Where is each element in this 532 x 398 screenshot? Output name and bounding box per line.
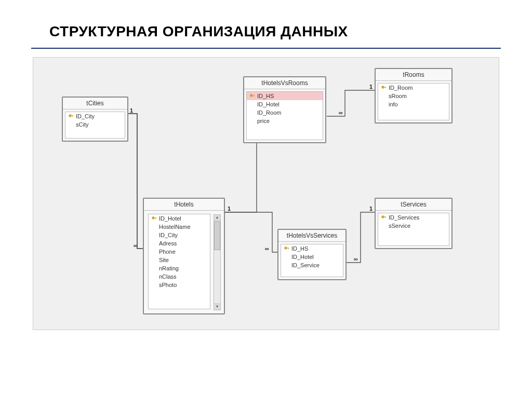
cardinality-inf: ∞ — [339, 109, 343, 116]
field-list: ID_Room sRoom info — [378, 83, 449, 120]
field-row[interactable]: ID_HS — [281, 244, 343, 253]
field-row[interactable]: price — [247, 117, 323, 125]
field-row[interactable]: nClass — [149, 272, 210, 281]
field-name: ID_Room — [388, 85, 413, 91]
slide-title: СТРУКТУРНАЯ ОРГАНИЗАЦИЯ ДАННЫХ — [0, 0, 532, 48]
scroll-up-button[interactable]: ▴ — [214, 215, 220, 221]
table-header: tServices — [376, 199, 451, 211]
svg-rect-5 — [254, 95, 255, 97]
field-row[interactable]: sService — [378, 222, 449, 230]
field-row[interactable]: ID_Room — [247, 108, 323, 117]
field-row[interactable]: ID_Hotel — [281, 253, 343, 261]
scrollbar[interactable]: ▴ ▾ — [214, 214, 221, 310]
field-row[interactable]: nRating — [149, 264, 210, 272]
field-row[interactable]: Phone — [149, 248, 210, 256]
table-tServices[interactable]: tServices ID_Services sService — [375, 198, 453, 249]
field-name: ID_Hotel — [290, 254, 314, 260]
field-name: Site — [158, 257, 169, 263]
table-header: tHotelsVsServices — [278, 230, 345, 242]
field-row[interactable]: Adress — [149, 239, 210, 248]
field-row[interactable]: HostelName — [149, 223, 210, 231]
cardinality-inf: ∞ — [134, 242, 138, 249]
field-row[interactable]: ID_Services — [378, 213, 449, 222]
field-name: ID_Room — [256, 109, 281, 116]
svg-rect-14 — [288, 248, 289, 249]
field-name: info — [388, 101, 398, 107]
cardinality-one: 1 — [369, 84, 373, 90]
field-row[interactable]: ID_Hotel — [247, 100, 323, 108]
field-name: price — [256, 118, 270, 124]
key-icon — [380, 85, 388, 90]
cardinality-inf: ∞ — [354, 256, 358, 262]
field-row[interactable]: ID_City — [149, 231, 210, 239]
field-name: sService — [388, 223, 410, 229]
field-name: nClass — [158, 273, 177, 280]
field-row[interactable]: Site — [149, 256, 210, 264]
key-icon — [380, 214, 388, 220]
field-row[interactable]: sPhoto — [149, 281, 210, 289]
scroll-thumb[interactable] — [214, 222, 220, 250]
table-header: tCities — [63, 98, 127, 109]
svg-rect-2 — [73, 115, 73, 117]
field-name: ID_HS — [256, 93, 274, 99]
table-header: tHotels — [144, 199, 224, 211]
table-header: tRooms — [376, 69, 451, 81]
title-underline — [31, 48, 501, 49]
cardinality-one: 1 — [130, 107, 133, 114]
field-name: sRoom — [388, 93, 407, 99]
field-row[interactable]: ID_HS — [247, 92, 323, 100]
svg-rect-11 — [156, 217, 156, 219]
field-name: nRating — [158, 265, 179, 271]
key-icon — [68, 113, 75, 119]
cardinality-one: 1 — [369, 205, 373, 212]
field-name: sPhoto — [158, 282, 177, 288]
field-name: Adress — [158, 240, 177, 246]
field-name: Phone — [158, 249, 176, 255]
field-list: ID_Hotel HostelName ID_City Adress Phone… — [148, 214, 210, 309]
field-name: ID_City — [75, 113, 95, 119]
field-row[interactable]: sCity — [65, 120, 125, 129]
field-name: ID_Hotel — [256, 101, 280, 107]
table-tHotelsVsServices[interactable]: tHotelsVsServices ID_HS ID_Hotel ID_Serv… — [277, 229, 347, 280]
field-list: ID_HS ID_Hotel ID_Room price — [246, 91, 323, 140]
erd-canvas: 1 ∞ 1 ∞ 1 ∞ ∞ 1 1 ∞ tCities ID_City sCit… — [33, 57, 499, 330]
key-icon — [151, 215, 158, 221]
field-name: ID_Hotel — [158, 215, 181, 222]
field-list: ID_Services sService — [378, 213, 449, 246]
key-icon — [249, 93, 256, 99]
key-icon — [283, 245, 290, 251]
field-row[interactable]: info — [378, 100, 449, 108]
field-list: ID_HS ID_Hotel ID_Service — [281, 244, 343, 277]
table-tCities[interactable]: tCities ID_City sCity — [62, 97, 128, 142]
table-tHotelsVsRooms[interactable]: tHotelsVsRooms ID_HS ID_Hotel ID_Room pr… — [243, 76, 326, 143]
field-row[interactable]: sRoom — [378, 92, 449, 100]
field-name: sCity — [75, 121, 88, 128]
field-row[interactable]: ID_Hotel — [149, 214, 210, 223]
field-name: ID_Services — [388, 214, 419, 221]
table-tRooms[interactable]: tRooms ID_Room sRoom info — [375, 68, 453, 123]
field-row[interactable]: ID_City — [65, 112, 125, 120]
cardinality-inf: ∞ — [265, 245, 269, 252]
field-name: HostelName — [158, 224, 191, 230]
field-list: ID_City sCity — [65, 112, 125, 139]
field-row[interactable]: ID_Service — [281, 261, 343, 269]
table-tHotels[interactable]: tHotels ID_Hotel HostelName ID_City Adre… — [143, 198, 225, 314]
field-row[interactable]: ID_Room — [378, 84, 449, 92]
field-name: ID_HS — [290, 245, 308, 252]
scroll-down-button[interactable]: ▾ — [214, 304, 220, 310]
svg-rect-17 — [385, 216, 386, 218]
svg-rect-8 — [385, 87, 386, 88]
table-header: tHotelsVsRooms — [244, 77, 325, 89]
cardinality-one: 1 — [228, 205, 231, 212]
field-name: ID_City — [158, 232, 178, 238]
field-name: ID_Service — [290, 262, 320, 268]
